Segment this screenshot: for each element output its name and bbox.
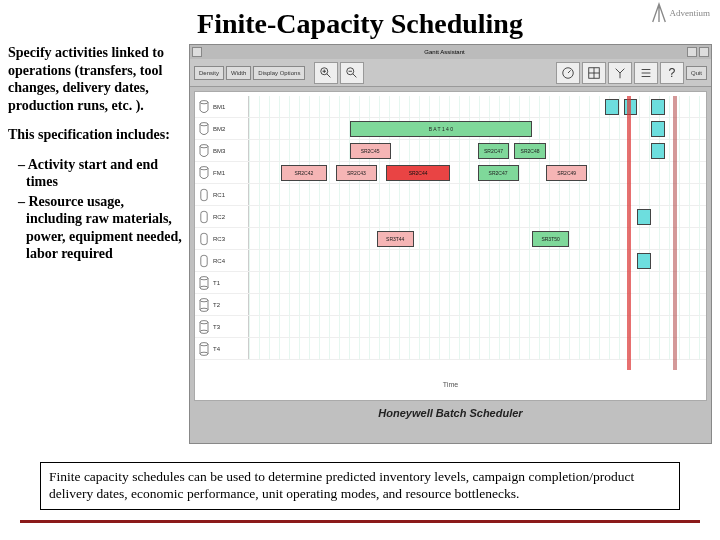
page-title: Finite-Capacity Scheduling	[0, 0, 720, 44]
svg-rect-23	[201, 255, 207, 266]
time-marker-1	[627, 96, 631, 370]
svg-point-39	[200, 352, 208, 355]
intro-paragraph: Specify activities linked to operations …	[8, 44, 183, 114]
density-button[interactable]: Density	[194, 66, 224, 80]
time-axis-label: Time	[195, 381, 706, 388]
svg-point-35	[200, 330, 208, 333]
row-label: T2	[195, 294, 249, 315]
row-track[interactable]: SR3T44SR3T50	[249, 228, 706, 249]
row-track[interactable]: SR2C42SR2C43SR2C44SR2C47SR2C49	[249, 162, 706, 183]
toolbar: Density Width Display Options ? Quit	[190, 59, 711, 87]
row-label: BM1	[195, 96, 249, 117]
gantt-bar[interactable]: SR2C49	[546, 165, 587, 181]
gantt-bar[interactable]	[651, 99, 665, 115]
svg-point-19	[200, 166, 208, 169]
svg-point-27	[200, 286, 208, 289]
gantt-bar[interactable]: SR2C44	[386, 165, 450, 181]
gantt-bar[interactable]	[651, 143, 665, 159]
left-text-block: Specify activities linked to operations …	[8, 44, 183, 444]
svg-point-24	[200, 276, 208, 279]
window-title: Gantt Assistant	[424, 49, 464, 55]
gantt-bar[interactable]: SR2C47	[478, 143, 510, 159]
svg-rect-22	[201, 233, 207, 244]
footer-rule	[20, 520, 700, 523]
svg-line-8	[568, 70, 571, 73]
window-menu-icon[interactable]	[192, 47, 202, 57]
svg-line-5	[353, 73, 357, 77]
row-label: RC3	[195, 228, 249, 249]
row-track[interactable]	[249, 206, 706, 227]
gantt-bar[interactable]: SR2C42	[281, 165, 327, 181]
row-track[interactable]	[249, 338, 706, 359]
svg-point-36	[200, 342, 208, 345]
minimize-icon[interactable]	[687, 47, 697, 57]
gantt-bar[interactable]	[637, 253, 651, 269]
zoom-out-icon[interactable]	[340, 62, 364, 84]
svg-point-31	[200, 308, 208, 311]
gantt-bar[interactable]	[651, 121, 665, 137]
row-label: T1	[195, 272, 249, 293]
row-track[interactable]: SR2C45SR2C47SR2C48	[249, 140, 706, 161]
tools-icon[interactable]	[608, 62, 632, 84]
help-icon[interactable]: ?	[660, 62, 684, 84]
gantt-bar[interactable]	[605, 99, 619, 115]
time-marker-2	[673, 96, 677, 370]
svg-point-17	[200, 122, 208, 125]
spec-bullets: – Activity start and end times – Resourc…	[8, 156, 183, 263]
footer-note: Finite capacity schedules can be used to…	[40, 462, 680, 510]
zoom-in-icon[interactable]	[314, 62, 338, 84]
svg-point-18	[200, 144, 208, 147]
row-track[interactable]	[249, 272, 706, 293]
row-label: T4	[195, 338, 249, 359]
spec-intro: This specification includes:	[8, 126, 183, 144]
brand-logo: Adventium	[650, 2, 711, 24]
gantt-bar[interactable]: SR2C45	[350, 143, 391, 159]
window-titlebar: Gantt Assistant	[190, 45, 711, 59]
gantt-chart: BM1BM2B A T 1 4 0BM3SR2C45SR2C47SR2C48FM…	[194, 91, 707, 401]
svg-rect-20	[201, 189, 207, 200]
display-options-button[interactable]: Display Options	[253, 66, 305, 80]
gantt-bar[interactable]: B A T 1 4 0	[350, 121, 533, 137]
scheduler-caption: Honeywell Batch Scheduler	[190, 405, 711, 421]
gauge-icon[interactable]	[556, 62, 580, 84]
content-row: Specify activities linked to operations …	[0, 44, 720, 444]
row-label: FM1	[195, 162, 249, 183]
row-label: BM3	[195, 140, 249, 161]
bullet-item: – Activity start and end times	[18, 156, 183, 191]
quit-button[interactable]: Quit	[686, 66, 707, 80]
row-track[interactable]	[249, 316, 706, 337]
row-track[interactable]	[249, 250, 706, 271]
row-track[interactable]	[249, 294, 706, 315]
list-icon[interactable]	[634, 62, 658, 84]
svg-text:?: ?	[668, 66, 675, 80]
gantt-bar[interactable]: SR3T44	[377, 231, 414, 247]
maximize-icon[interactable]	[699, 47, 709, 57]
bullet-item: – Resource usage, including raw material…	[18, 193, 183, 263]
row-track[interactable]: B A T 1 4 0	[249, 118, 706, 139]
row-label: RC1	[195, 184, 249, 205]
row-label: T3	[195, 316, 249, 337]
gantt-bar[interactable]: SR2C43	[336, 165, 377, 181]
scheduler-window: Gantt Assistant Density Width Display Op…	[189, 44, 712, 444]
width-button[interactable]: Width	[226, 66, 251, 80]
row-track[interactable]	[249, 96, 706, 117]
row-label: RC2	[195, 206, 249, 227]
row-track[interactable]	[249, 184, 706, 205]
svg-rect-21	[201, 211, 207, 222]
gantt-bar[interactable]: SR2C47	[478, 165, 519, 181]
svg-point-28	[200, 298, 208, 301]
row-label: RC4	[195, 250, 249, 271]
gantt-bar[interactable]: SR2C48	[514, 143, 546, 159]
row-label: BM2	[195, 118, 249, 139]
grid-icon[interactable]	[582, 62, 606, 84]
svg-point-16	[200, 100, 208, 103]
gantt-bar[interactable]	[637, 209, 651, 225]
gantt-bar[interactable]: SR3T50	[532, 231, 569, 247]
svg-line-1	[327, 73, 331, 77]
svg-point-32	[200, 320, 208, 323]
